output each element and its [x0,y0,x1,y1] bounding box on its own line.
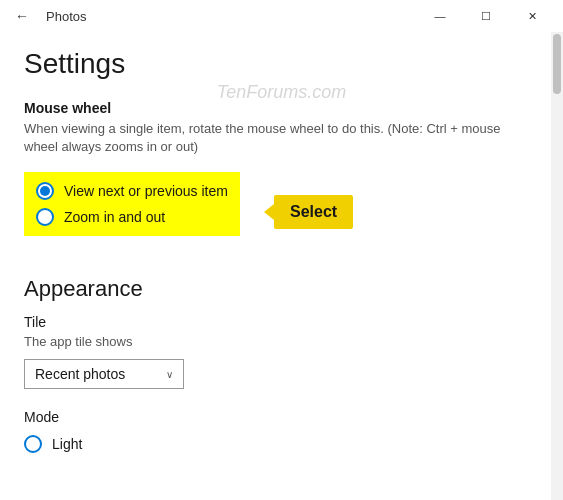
radio-option-view-next[interactable]: View next or previous item [36,182,228,200]
title-bar-left: ← Photos [8,2,417,30]
radio-label-view-next: View next or previous item [64,183,228,199]
mouse-wheel-title: Mouse wheel [24,100,527,116]
back-button[interactable]: ← [8,2,36,30]
content-wrapper: TenForums.com Settings Mouse wheel When … [0,32,563,500]
window: ← Photos — ☐ ✕ TenForums.com Settings Mo… [0,0,563,500]
radio-circle-view-next [36,182,54,200]
radio-group-highlighted: View next or previous item Zoom in and o… [24,172,240,236]
radio-option-light[interactable]: Light [24,435,527,453]
app-title: Photos [46,9,86,24]
scrollbar-thumb[interactable] [553,34,561,94]
title-bar: ← Photos — ☐ ✕ [0,0,563,32]
callout-label: Select [290,203,337,220]
radio-label-zoom: Zoom in and out [64,209,165,225]
main-content: TenForums.com Settings Mouse wheel When … [0,32,551,500]
page-title: Settings [24,32,527,80]
radio-label-light: Light [52,436,82,452]
chevron-down-icon: ∨ [166,369,173,380]
minimize-button[interactable]: — [417,0,463,32]
title-bar-controls: — ☐ ✕ [417,0,555,32]
tile-label: Tile [24,314,527,330]
scrollbar-track [551,32,563,500]
tile-desc: The app tile shows [24,334,527,349]
mouse-wheel-options: View next or previous item Zoom in and o… [24,172,527,252]
mode-label: Mode [24,409,527,425]
callout-arrow [264,204,274,220]
mouse-wheel-desc: When viewing a single item, rotate the m… [24,120,527,156]
close-button[interactable]: ✕ [509,0,555,32]
callout-wrapper: Select [264,195,353,229]
dropdown-value: Recent photos [35,366,125,382]
appearance-title: Appearance [24,276,527,302]
radio-option-zoom[interactable]: Zoom in and out [36,208,228,226]
tile-dropdown[interactable]: Recent photos ∨ [24,359,184,389]
radio-circle-light [24,435,42,453]
radio-inner-view-next [40,186,50,196]
callout-box: Select [274,195,353,229]
radio-circle-zoom [36,208,54,226]
maximize-button[interactable]: ☐ [463,0,509,32]
